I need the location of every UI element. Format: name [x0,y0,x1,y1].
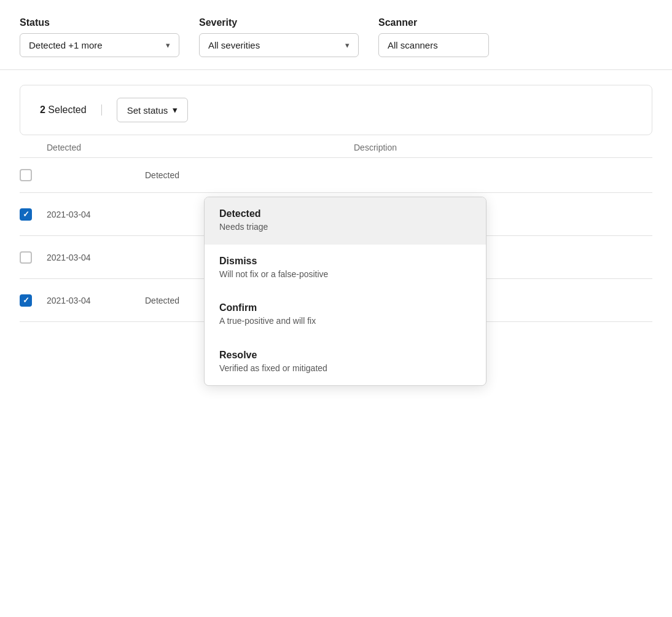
scanner-filter-group: Scanner All scanners [378,17,489,57]
col-status [145,143,243,152]
row2-checkbox[interactable] [20,208,47,221]
row3-date: 2021-03-04 [47,253,145,262]
selected-count: 2 Selected [40,104,102,116]
severity-filter-select[interactable]: All severities ▾ [199,33,359,57]
scanner-filter-select[interactable]: All scanners [378,33,489,57]
dropdown-item-dismiss-title: Dismiss [219,256,471,267]
dropdown-item-resolve-desc: Verified as fixed or mitigated [219,363,471,375]
selected-text: Selected [48,104,86,115]
set-status-chevron-icon: ▾ [173,104,178,116]
severity-filter-value: All severities [208,40,260,50]
dropdown-item-detected[interactable]: Detected Needs triage [205,197,486,245]
dropdown-item-confirm[interactable]: Confirm A true-positive and will fix [205,291,486,339]
status-filter-select[interactable]: Detected +1 more ▾ [20,33,179,57]
filters-bar: Status Detected +1 more ▾ Severity All s… [0,0,672,69]
row2-checkbox-input[interactable] [20,208,32,221]
row4-date: 2021-03-04 [47,296,145,305]
status-chevron-icon: ▾ [166,41,170,50]
row3-checkbox[interactable] [20,251,47,264]
table-header: Detected Description [20,135,652,158]
dropdown-item-resolve-title: Resolve [219,350,471,361]
scanner-filter-label: Scanner [378,17,489,28]
row4-checkbox[interactable] [20,294,47,307]
severity-chevron-icon: ▾ [345,41,350,50]
col-description: Description [354,143,652,152]
selected-bar: 2 Selected Set status ▾ [20,85,652,135]
dropdown-item-detected-title: Detected [219,208,471,219]
selected-number: 2 [40,104,45,115]
row1-checkbox-input[interactable] [20,169,32,181]
table-row: Detected [20,158,652,193]
table-area: Detected Description Detected 2021-03-04 [20,135,652,322]
filters-divider [0,69,672,70]
row1-checkbox[interactable] [20,169,47,181]
col-severity [243,143,354,152]
set-status-dropdown: Detected Needs triage Dismiss Will not f… [204,197,486,386]
set-status-label: Set status [127,105,168,116]
col-checkbox [20,143,47,152]
severity-filter-label: Severity [199,17,359,28]
dropdown-item-confirm-desc: A true-positive and will fix [219,315,471,328]
dropdown-item-dismiss-desc: Will not fix or a false-positive [219,269,471,281]
row2-date: 2021-03-04 [47,210,145,219]
severity-filter-group: Severity All severities ▾ [199,17,359,57]
dropdown-item-dismiss[interactable]: Dismiss Will not fix or a false-positive [205,245,486,292]
set-status-button[interactable]: Set status ▾ [117,98,189,122]
row4-checkbox-input[interactable] [20,294,32,307]
page-wrapper: Status Detected +1 more ▾ Severity All s… [0,0,672,617]
row1-status: Detected [145,170,243,180]
scanner-filter-value: All scanners [388,40,438,50]
dropdown-item-resolve[interactable]: Resolve Verified as fixed or mitigated [205,339,486,386]
status-filter-value: Detected +1 more [29,40,103,50]
status-filter-group: Status Detected +1 more ▾ [20,17,179,57]
dropdown-item-confirm-title: Confirm [219,302,471,313]
col-detected: Detected [47,143,145,152]
status-filter-label: Status [20,17,179,28]
dropdown-item-detected-desc: Needs triage [219,221,471,234]
row3-checkbox-input[interactable] [20,251,32,264]
